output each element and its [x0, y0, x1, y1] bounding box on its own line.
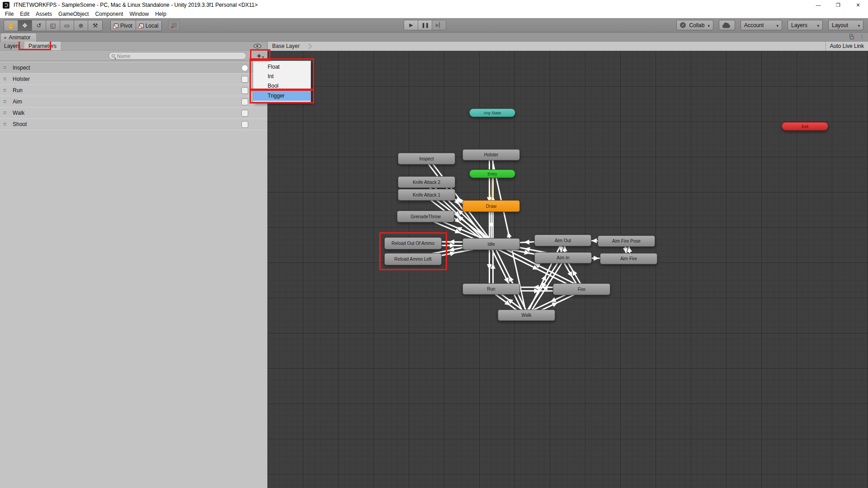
state-node-holster[interactable]: Holster: [462, 149, 520, 160]
parameter-bool-checkbox[interactable]: [241, 110, 248, 117]
tab-animator[interactable]: ▸ Animator: [1, 33, 36, 42]
window-title: ITNETWORKFPS - SampleScene - PC, Mac & L…: [14, 2, 258, 8]
breadcrumb-base-layer[interactable]: Base Layer: [272, 43, 300, 49]
state-node-inspect[interactable]: Inspect: [398, 153, 455, 164]
menu-window[interactable]: Window: [126, 11, 152, 17]
parameter-row-inspect[interactable]: =Inspect: [0, 62, 267, 74]
state-node-aim-fire-pose[interactable]: Aim Fire Pose: [598, 235, 655, 247]
parameter-name: Shoot: [13, 121, 27, 127]
eye-icon[interactable]: [254, 44, 261, 48]
drag-handle-icon[interactable]: =: [3, 76, 6, 82]
state-node-fire[interactable]: Fire: [553, 283, 610, 295]
title-bar: ITNETWORKFPS - SampleScene - PC, Mac & L…: [0, 0, 868, 10]
state-node-grenade[interactable]: GrenadeThrow: [397, 211, 454, 222]
parameter-name: Inspect: [13, 65, 30, 71]
pivot-local-group: Pivot Local: [110, 20, 162, 31]
add-parameter-button[interactable]: [252, 52, 269, 61]
plus-icon: [257, 52, 261, 60]
state-node-idle[interactable]: Idle: [462, 238, 520, 250]
parameter-row-shoot[interactable]: =Shoot: [0, 119, 267, 130]
drag-handle-icon[interactable]: =: [3, 87, 6, 94]
parameter-trigger-radio[interactable]: [241, 65, 248, 71]
close-button[interactable]: ✕: [848, 0, 868, 10]
tab-layers[interactable]: Layers: [0, 42, 24, 50]
window-controls: —❐✕: [808, 0, 868, 10]
menu-item-float[interactable]: Float: [253, 62, 311, 71]
custom-tool-button[interactable]: ⚒: [88, 20, 102, 31]
menu-item-trigger[interactable]: Trigger: [253, 90, 311, 101]
chevron-down-icon: [817, 22, 819, 28]
pivot-toggle-button[interactable]: Pivot: [111, 20, 136, 31]
unity-logo-icon: [3, 2, 9, 9]
local-label: Local: [146, 23, 159, 29]
drag-handle-icon[interactable]: =: [3, 121, 6, 127]
auto-live-link-button[interactable]: Auto Live Link: [826, 42, 868, 51]
state-node-knife2[interactable]: Knife Attack 2: [398, 176, 455, 188]
cloud-services-button[interactable]: [719, 20, 735, 30]
drag-handle-icon[interactable]: =: [3, 110, 6, 116]
menu-edit[interactable]: Edit: [17, 11, 33, 17]
drag-handle-icon[interactable]: =: [3, 65, 6, 71]
pivot-icon: [114, 23, 118, 28]
state-node-draw[interactable]: Draw: [462, 200, 520, 212]
unlock-icon[interactable]: [850, 36, 854, 39]
state-machine-graph[interactable]: Any StateExitHolsterInspectEntryKnife At…: [268, 51, 868, 488]
menu-help[interactable]: Help: [152, 11, 170, 17]
state-node-run[interactable]: Run: [462, 283, 520, 295]
layers-dropdown[interactable]: Layers: [788, 20, 823, 30]
minimize-button[interactable]: —: [808, 0, 828, 10]
hand-tool-button[interactable]: ✌: [4, 20, 18, 31]
scale-tool-button[interactable]: ◱: [46, 20, 60, 31]
chevron-down-icon: [776, 22, 778, 28]
grid-snap-button[interactable]: [168, 20, 180, 30]
main-toolbar: ✌✥↺◱▭⊕⚒ Pivot Local ▶❚❚▶▎ Collab Account…: [0, 18, 868, 33]
menu-item-bool[interactable]: Bool: [253, 81, 311, 90]
transform-tool-button[interactable]: ⊕: [74, 20, 88, 31]
state-node-reload-out[interactable]: Reload Out Of Ammo: [384, 237, 442, 249]
step-button[interactable]: ▶▎: [432, 20, 446, 30]
layout-dropdown[interactable]: Layout: [828, 20, 863, 30]
animator-tab-strip: ▸ Animator ⋮: [0, 33, 868, 42]
collab-dropdown[interactable]: Collab: [676, 20, 713, 30]
rotate-tool-button[interactable]: ↺: [32, 20, 46, 31]
parameter-bool-checkbox[interactable]: [241, 121, 248, 128]
parameter-search-field[interactable]: [108, 52, 246, 60]
move-tool-button[interactable]: ✥: [18, 20, 32, 31]
parameter-row-aim[interactable]: =Aim: [0, 96, 267, 108]
search-input[interactable]: [117, 53, 237, 59]
chevron-down-icon: [858, 22, 860, 28]
menu-file[interactable]: File: [2, 11, 17, 17]
state-node-any-state[interactable]: Any State: [469, 108, 515, 117]
menu-bar: FileEditAssetsGameObjectComponentWindowH…: [0, 10, 868, 18]
restore-button[interactable]: ❐: [828, 0, 848, 10]
state-node-reload-left[interactable]: Reload Ammo Left: [384, 253, 442, 265]
state-node-aim-fire[interactable]: Aim Fire: [600, 253, 657, 264]
parameter-row-run[interactable]: =Run: [0, 85, 267, 96]
rect-tool-button[interactable]: ▭: [60, 20, 74, 31]
state-node-aim-in[interactable]: Aim In: [534, 252, 592, 263]
parameter-row-walk[interactable]: =Walk: [0, 108, 267, 119]
menu-assets[interactable]: Assets: [33, 11, 55, 17]
parameter-row-holster[interactable]: =Holster: [0, 74, 267, 85]
parameter-bool-checkbox[interactable]: [241, 99, 248, 105]
pause-button[interactable]: ❚❚: [418, 20, 432, 30]
menu-item-int[interactable]: Int: [253, 71, 311, 81]
animator-window-icon: ▸: [5, 35, 7, 40]
state-node-entry[interactable]: Entry: [469, 169, 515, 178]
drag-handle-icon[interactable]: =: [3, 99, 6, 105]
kebab-menu-icon[interactable]: ⋮: [859, 34, 864, 39]
play-button[interactable]: ▶: [404, 20, 418, 30]
state-node-aim-out[interactable]: Aim Out: [534, 235, 591, 246]
state-node-walk[interactable]: Walk: [498, 310, 555, 321]
parameter-bool-checkbox[interactable]: [241, 76, 248, 83]
tab-parameters[interactable]: Parameters: [24, 42, 61, 50]
account-dropdown[interactable]: Account: [741, 20, 782, 30]
layout-label: Layout: [832, 22, 848, 28]
menu-component[interactable]: Component: [92, 11, 126, 17]
state-node-knife1[interactable]: Knife Attack 1: [398, 189, 455, 201]
state-node-exit[interactable]: Exit: [782, 122, 828, 131]
parameter-list: =Inspect=Holster=Run=Aim=Walk=Shoot: [0, 62, 267, 130]
parameter-bool-checkbox[interactable]: [241, 87, 248, 94]
menu-gameobject[interactable]: GameObject: [55, 11, 92, 17]
local-toggle-button[interactable]: Local: [136, 20, 162, 31]
